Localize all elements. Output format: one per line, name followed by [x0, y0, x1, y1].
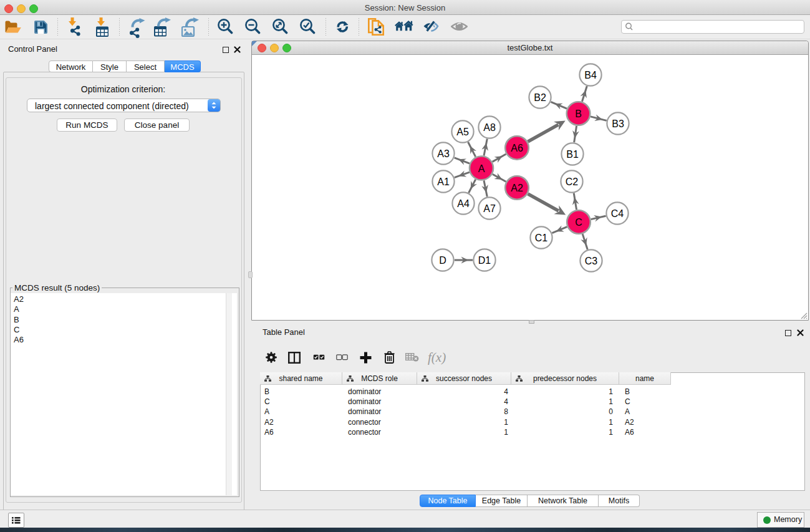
svg-text:C1: C1 — [535, 233, 548, 243]
svg-text:A2: A2 — [511, 183, 523, 193]
svg-text:B1: B1 — [566, 149, 579, 160]
svg-text:C: C — [575, 217, 582, 228]
svg-text:A1: A1 — [437, 177, 450, 187]
svg-text:A: A — [478, 163, 485, 174]
svg-text:B: B — [575, 109, 582, 119]
svg-text:A3: A3 — [437, 148, 450, 159]
svg-text:C3: C3 — [585, 256, 598, 266]
svg-text:A5: A5 — [456, 127, 469, 137]
svg-text:A4: A4 — [457, 198, 470, 209]
svg-text:C2: C2 — [566, 177, 579, 187]
svg-text:D: D — [439, 255, 446, 266]
svg-text:B3: B3 — [612, 118, 624, 129]
svg-text:A6: A6 — [511, 143, 523, 153]
svg-text:C4: C4 — [611, 208, 624, 219]
svg-text:B4: B4 — [584, 70, 597, 80]
svg-text:D1: D1 — [478, 255, 491, 266]
svg-text:A8: A8 — [483, 122, 496, 133]
svg-text:A7: A7 — [483, 203, 496, 214]
svg-text:B2: B2 — [534, 92, 546, 103]
